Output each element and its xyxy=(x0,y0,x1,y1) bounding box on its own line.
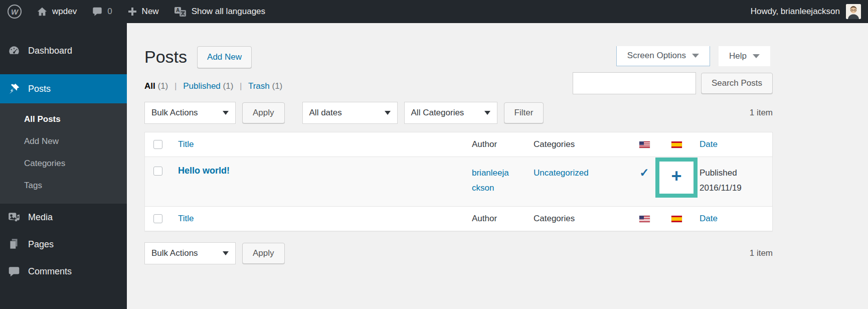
column-header-date[interactable]: Date xyxy=(692,132,772,157)
comment-bubble-icon xyxy=(92,6,103,17)
submenu-item-tags[interactable]: Tags xyxy=(0,175,127,197)
select-all-checkbox-bottom[interactable] xyxy=(153,214,162,223)
view-separator: | xyxy=(175,81,177,91)
us-flag-icon xyxy=(639,216,650,222)
list-table-bottom-toolbar: Bulk Actions Apply 1 item xyxy=(144,242,773,264)
bulk-actions-selected-value: Bulk Actions xyxy=(151,108,198,118)
column-header-title[interactable]: Title xyxy=(171,132,465,157)
view-trash-link[interactable]: Trash xyxy=(248,81,270,91)
submenu-item-add-new[interactable]: Add New xyxy=(0,130,127,152)
comments-count: 0 xyxy=(107,7,112,17)
sidebar-item-pages[interactable]: Pages xyxy=(0,231,127,258)
site-name-menu[interactable]: wpdev xyxy=(29,0,84,23)
column-title-label: Title xyxy=(178,139,194,149)
post-row-hello-world: Hello world! brianleejackson Uncategoriz… xyxy=(145,157,772,207)
column-author-label: Author xyxy=(472,139,497,149)
apply-button-bottom[interactable]: Apply xyxy=(242,243,285,264)
wordpress-logo-menu[interactable]: W xyxy=(0,0,29,23)
select-caret-icon xyxy=(223,111,229,115)
sidebar-item-label: Posts xyxy=(28,84,51,94)
view-all-count: (1) xyxy=(157,81,168,91)
filter-button[interactable]: Filter xyxy=(504,102,544,123)
column-title-label: Title xyxy=(178,214,194,224)
post-title-link[interactable]: Hello world! xyxy=(178,166,230,176)
select-caret-icon xyxy=(385,111,391,115)
dashboard-gauge-icon xyxy=(8,44,21,57)
show-all-languages-label: Show all languages xyxy=(192,7,265,17)
all-dates-select[interactable]: All dates xyxy=(302,102,398,124)
new-label: New xyxy=(142,7,159,17)
sidebar-item-posts[interactable]: Posts xyxy=(0,74,127,103)
posts-submenu: All Posts Add New Categories Tags xyxy=(0,103,127,204)
footer-column-title[interactable]: Title xyxy=(171,207,465,231)
post-author-link[interactable]: brianleejackson xyxy=(472,168,509,193)
translation-icon: A xyxy=(174,6,187,18)
footer-column-categories: Categories xyxy=(527,207,628,231)
column-date-label: Date xyxy=(700,139,718,149)
footer-column-date[interactable]: Date xyxy=(692,207,772,231)
sidebar-item-dashboard[interactable]: Dashboard xyxy=(0,37,127,64)
chevron-down-icon xyxy=(753,54,760,58)
sidebar-item-comments[interactable]: Comments xyxy=(0,258,127,285)
plus-icon xyxy=(127,7,137,17)
howdy-text[interactable]: Howdy, brianleejackson xyxy=(751,7,840,17)
all-dates-selected-value: All dates xyxy=(309,108,342,118)
help-label: Help xyxy=(729,51,747,61)
pages-icon xyxy=(8,238,21,251)
comments-menu[interactable]: 0 xyxy=(84,0,119,23)
search-posts-input[interactable] xyxy=(573,72,696,94)
item-count: 1 item xyxy=(750,108,773,118)
translated-check-icon[interactable]: ✓ xyxy=(639,167,649,179)
screen-options-button[interactable]: Screen Options xyxy=(616,46,710,66)
bulk-actions-select[interactable]: Bulk Actions xyxy=(144,102,236,124)
item-count-bottom: 1 item xyxy=(750,248,773,258)
site-name-label: wpdev xyxy=(52,7,77,17)
add-translation-plus-icon[interactable]: + xyxy=(671,169,681,187)
view-published-link[interactable]: Published xyxy=(183,81,221,91)
search-posts-button[interactable]: Search Posts xyxy=(701,73,773,94)
footer-column-english xyxy=(628,207,660,231)
table-footer-row: Title Author Categories Date xyxy=(145,207,772,231)
help-button[interactable]: Help xyxy=(719,46,770,66)
screen-meta-links: Screen Options Help xyxy=(616,46,770,66)
row-checkbox[interactable] xyxy=(153,167,162,176)
column-header-categories: Categories xyxy=(527,132,628,157)
all-categories-select[interactable]: All Categories xyxy=(404,102,497,124)
post-status: Published xyxy=(700,166,767,181)
spain-flag-icon xyxy=(671,141,682,148)
media-icon xyxy=(8,211,21,224)
column-header-spanish xyxy=(660,132,692,157)
select-all-checkbox[interactable] xyxy=(153,140,162,149)
submenu-item-categories[interactable]: Categories xyxy=(0,152,127,175)
sidebar-item-media[interactable]: Media xyxy=(0,204,127,231)
admin-bar: W wpdev 0 New A Show all languages Howdy xyxy=(0,0,868,23)
add-new-button[interactable]: Add New xyxy=(197,46,252,68)
submenu-item-all-posts[interactable]: All Posts xyxy=(0,108,127,130)
select-caret-icon xyxy=(484,111,490,115)
view-all-link[interactable]: All xyxy=(144,81,155,91)
main-content: Screen Options Help Posts Add New All (1… xyxy=(127,23,868,309)
admin-sidebar: Dashboard Posts All Posts Add New Catego… xyxy=(0,23,127,309)
sidebar-item-label: Media xyxy=(28,212,53,223)
footer-column-author: Author xyxy=(465,207,527,231)
post-categories-link[interactable]: Uncategorized xyxy=(534,168,589,178)
screen-options-label: Screen Options xyxy=(627,51,686,61)
show-all-languages-menu[interactable]: A Show all languages xyxy=(166,0,273,23)
apply-button[interactable]: Apply xyxy=(242,102,285,123)
user-avatar[interactable] xyxy=(846,4,861,19)
column-header-english xyxy=(628,132,660,157)
home-icon xyxy=(37,6,48,17)
column-date-label: Date xyxy=(700,214,718,224)
search-form: Search Posts xyxy=(573,72,773,94)
spain-flag-icon xyxy=(671,216,682,222)
table-header-row: Title Author Categories Date xyxy=(145,132,772,157)
spanish-translation-cell: + xyxy=(660,157,692,206)
sidebar-item-label: Dashboard xyxy=(28,46,72,56)
list-table-top-toolbar: Bulk Actions Apply All dates All Categor… xyxy=(144,102,773,124)
post-date: 2016/11/19 xyxy=(700,181,767,196)
new-content-menu[interactable]: New xyxy=(120,0,166,23)
bulk-actions-select-bottom[interactable]: Bulk Actions xyxy=(144,242,236,264)
footer-column-spanish xyxy=(660,207,692,231)
column-header-author: Author xyxy=(465,132,527,157)
column-author-label: Author xyxy=(472,214,497,224)
